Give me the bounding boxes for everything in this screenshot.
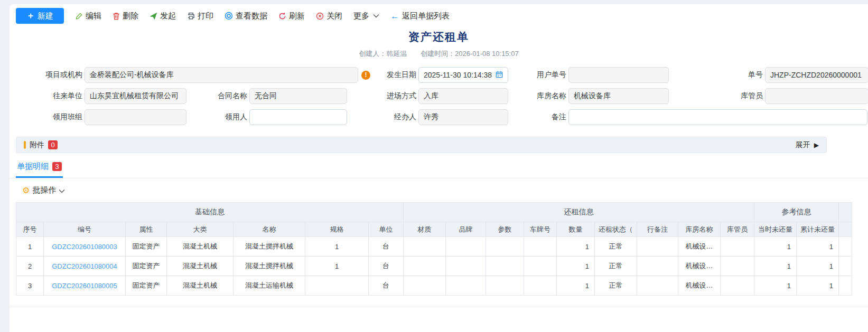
trash-icon xyxy=(113,12,120,20)
batch-ops-label: 批操作 xyxy=(32,185,56,195)
cell-material xyxy=(404,257,446,276)
delete-button-label: 删除 xyxy=(123,11,138,21)
cell-category: 混凝土机械 xyxy=(167,276,234,296)
cell-status: 正常 xyxy=(595,257,637,276)
more-button[interactable]: 更多 xyxy=(353,11,379,21)
col-attr: 属性 xyxy=(126,222,167,237)
cell-status: 正常 xyxy=(595,276,637,296)
attachment-bar[interactable]: 附件 0 展开 ▶ xyxy=(16,137,827,153)
entry-mode-input[interactable]: 入库 xyxy=(418,88,508,104)
toolbar: ＋新建 编辑 删除 发起 打印 查看数据 刷新 关闭 xyxy=(16,7,868,24)
doc-no-input[interactable]: JHZP-ZCHZD20260000001 xyxy=(765,67,868,83)
cell-row-remark xyxy=(637,237,678,257)
occur-date-input[interactable]: 2025-11-30 10:14:38 xyxy=(418,67,508,83)
attachment-count-badge: 0 xyxy=(48,140,58,149)
table-row[interactable]: 2 GDZC202601080004 固定资产 混凝土机械 混凝土搅拌机械 1 … xyxy=(16,257,852,276)
tab-detail[interactable]: 单据明细 3 xyxy=(16,160,63,178)
info-icon[interactable]: ! xyxy=(361,71,370,80)
triangle-right-icon: ▶ xyxy=(814,141,819,149)
cell-spec xyxy=(305,276,369,296)
tab-detail-count-badge: 3 xyxy=(52,162,62,171)
cell-name: 混凝土搅拌机械 xyxy=(234,257,305,276)
project-label: 项目或机构 xyxy=(24,70,82,80)
remark-input[interactable] xyxy=(568,109,867,125)
more-button-label: 更多 xyxy=(353,11,369,21)
contract-input[interactable]: 无合同 xyxy=(249,88,347,104)
target-icon xyxy=(225,12,233,20)
col-seq: 序号 xyxy=(16,222,44,237)
print-button[interactable]: 打印 xyxy=(187,11,213,21)
col-material: 材质 xyxy=(404,222,446,237)
cell-plate xyxy=(524,237,557,257)
user-no-input[interactable] xyxy=(568,67,669,83)
cell-keeper xyxy=(721,237,754,257)
refresh-button-label: 刷新 xyxy=(289,11,305,21)
header-form: 项目或机构 金桥装配公司-机械设备库 ! 发生日期 2025-11-30 10:… xyxy=(10,67,868,125)
cell-brand xyxy=(446,276,486,296)
project-input[interactable]: 金桥装配公司-机械设备库 xyxy=(85,67,358,83)
calendar-icon[interactable] xyxy=(496,71,503,80)
use-team-input[interactable] xyxy=(85,109,186,125)
group-rent-info: 还租信息 xyxy=(404,203,754,222)
cell-plate xyxy=(524,276,557,296)
edit-button[interactable]: 编辑 xyxy=(75,11,101,21)
group-reference-info: 参考信息 xyxy=(754,203,839,222)
keeper-input[interactable] xyxy=(765,88,868,104)
use-person-input[interactable] xyxy=(249,109,347,125)
counterparty-input[interactable]: 山东昊宜机械租赁有限公司 xyxy=(85,88,186,104)
cell-total-unreturned: 1 xyxy=(797,276,839,296)
cell-plate xyxy=(524,257,557,276)
cell-qty: 1 xyxy=(557,276,595,296)
printer-icon xyxy=(187,12,195,20)
remark-label: 备注 xyxy=(508,112,566,122)
gear-icon: ⚙ xyxy=(22,186,30,195)
project-value: 金桥装配公司-机械设备库 xyxy=(90,70,174,80)
initiate-button[interactable]: 发起 xyxy=(150,11,176,21)
cell-qty: 1 xyxy=(557,237,595,257)
cell-code-link[interactable]: GDZC202601080005 xyxy=(44,276,126,296)
print-button-label: 打印 xyxy=(198,11,213,21)
cell-code-link[interactable]: GDZC202601080003 xyxy=(44,237,126,257)
table-row[interactable]: 3 GDZC202601080005 固定资产 混凝土机械 混凝土运输机械 台 … xyxy=(16,276,852,296)
cell-code-link[interactable]: GDZC202601080004 xyxy=(44,257,126,276)
col-name: 名称 xyxy=(234,222,305,237)
col-current-unreturned: 当时未还量 xyxy=(754,222,797,237)
col-qty: 数量 xyxy=(557,222,595,237)
cell-keeper xyxy=(721,257,754,276)
refresh-button[interactable]: 刷新 xyxy=(278,11,305,21)
expand-button[interactable]: 展开 ▶ xyxy=(796,140,819,150)
col-brand: 品牌 xyxy=(446,222,486,237)
table-row[interactable]: 1 GDZC202601080003 固定资产 混凝土机械 混凝土搅拌机械 1 … xyxy=(16,237,852,257)
warehouse-input[interactable]: 机械设备库 xyxy=(568,88,669,104)
col-status: 还租状态（ xyxy=(595,222,637,237)
edit-button-label: 编辑 xyxy=(86,11,101,21)
cell-row-remark xyxy=(637,257,678,276)
cell-name: 混凝土运输机械 xyxy=(234,276,305,296)
cell-spacer xyxy=(839,257,852,276)
cell-params xyxy=(486,276,524,296)
delete-button[interactable]: 删除 xyxy=(113,11,138,21)
cell-warehouse: 机械设… xyxy=(678,257,721,276)
batch-ops-button[interactable]: ⚙ 批操作 xyxy=(22,185,868,195)
view-data-button-label: 查看数据 xyxy=(236,11,267,21)
tab-bar: 单据明细 3 xyxy=(10,160,868,178)
close-button-label: 关闭 xyxy=(326,11,342,21)
form-row-2: 往来单位 山东昊宜机械租赁有限公司 合同名称 无合同 进场方式 入库 库房名称 … xyxy=(10,88,868,104)
entry-mode-value: 入库 xyxy=(424,91,438,101)
cell-total-unreturned: 1 xyxy=(797,257,839,276)
new-button[interactable]: ＋新建 xyxy=(16,8,64,24)
handler-input[interactable]: 许秀 xyxy=(418,109,508,125)
creator-label: 创建人： xyxy=(359,50,386,58)
new-button-label: 新建 xyxy=(38,11,53,21)
cell-attr: 固定资产 xyxy=(126,237,167,257)
close-circle-icon xyxy=(316,12,324,20)
warehouse-value: 机械设备库 xyxy=(574,91,611,101)
view-data-button[interactable]: 查看数据 xyxy=(225,11,267,21)
detail-table: 基础信息 还租信息 参考信息 序号 编号 属性 大类 名称 规格 单位 材质 品… xyxy=(16,202,868,296)
group-basic-info: 基础信息 xyxy=(16,203,404,222)
cell-attr: 固定资产 xyxy=(126,276,167,296)
expand-label: 展开 xyxy=(796,140,810,150)
back-to-list-button[interactable]: ← 返回单据列表 xyxy=(390,11,450,21)
cell-seq: 1 xyxy=(16,237,44,257)
close-button[interactable]: 关闭 xyxy=(316,11,342,21)
